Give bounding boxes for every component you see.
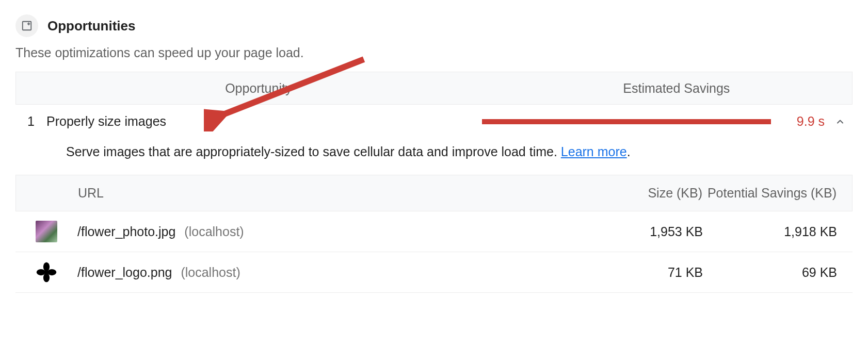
audit-savings-value: 9.9 s — [771, 114, 828, 129]
audit-row[interactable]: 1 Properly size images 9.9 s — [15, 105, 853, 138]
size-value: 71 KB — [589, 265, 703, 280]
size-value: 1,953 KB — [589, 224, 703, 239]
learn-more-link[interactable]: Learn more — [561, 144, 627, 159]
audit-savings-bar — [482, 119, 771, 124]
image-thumbnail — [36, 221, 57, 242]
url-path[interactable]: /flower_logo.png — [77, 265, 172, 279]
svg-rect-1 — [23, 22, 31, 30]
detail-table-header: URL Size (KB) Potential Savings (KB) — [15, 175, 853, 211]
opportunity-table-header: Opportunity Estimated Savings — [15, 72, 853, 105]
section-header: Opportunities — [15, 14, 853, 37]
column-opportunity: Opportunity — [16, 81, 501, 96]
image-thumbnail — [36, 261, 57, 283]
savings-value: 1,918 KB — [703, 224, 837, 239]
audit-description: Serve images that are appropriately-size… — [15, 138, 853, 175]
column-potential-savings: Potential Savings (KB) — [702, 186, 837, 201]
savings-value: 69 KB — [703, 265, 837, 280]
svg-point-5 — [43, 262, 50, 272]
column-savings: Estimated Savings — [501, 81, 852, 96]
chevron-up-icon[interactable] — [828, 117, 853, 127]
column-url: URL — [78, 186, 589, 201]
table-row: /flower_photo.jpg (localhost) 1,953 KB 1… — [15, 211, 853, 252]
audit-description-text: Serve images that are appropriately-size… — [66, 144, 561, 159]
audit-description-suffix: . — [627, 144, 631, 159]
opportunities-icon — [15, 14, 38, 37]
audit-title: Properly size images — [46, 114, 176, 129]
svg-point-7 — [37, 269, 46, 275]
section-title: Opportunities — [47, 18, 135, 34]
svg-point-6 — [43, 273, 50, 283]
audit-index: 1 — [15, 114, 46, 129]
url-host: (localhost) — [181, 265, 240, 279]
section-subtitle: These optimizations can speed up your pa… — [15, 45, 853, 60]
url-host: (localhost) — [184, 224, 244, 239]
url-path[interactable]: /flower_photo.jpg — [77, 224, 175, 239]
table-row: /flower_logo.png (localhost) 71 KB 69 KB — [15, 252, 853, 293]
column-size: Size (KB) — [589, 186, 702, 201]
svg-point-8 — [47, 269, 57, 275]
